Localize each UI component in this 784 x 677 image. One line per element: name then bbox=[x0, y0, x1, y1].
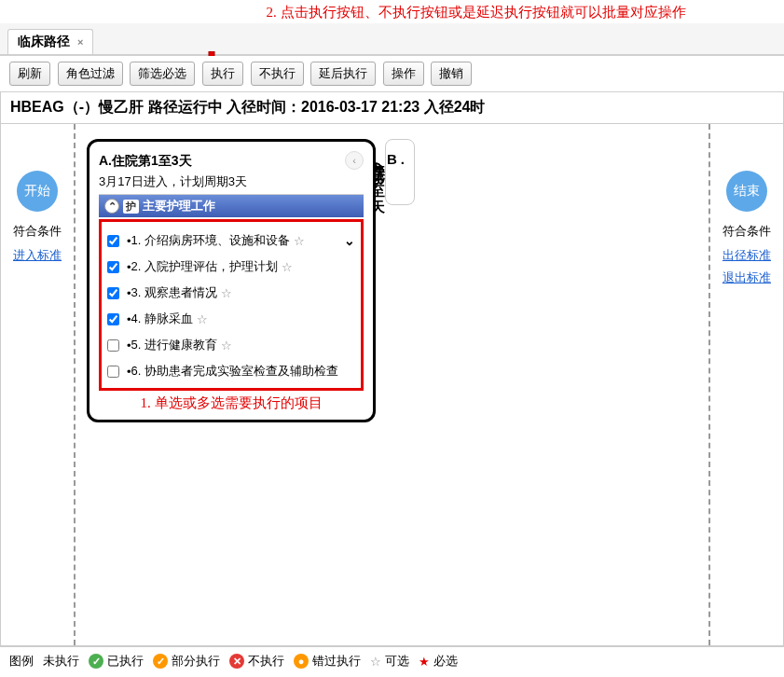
nursing-tag: 护 bbox=[123, 200, 139, 214]
task-checkbox[interactable] bbox=[107, 339, 119, 352]
legend-bar: 图例 未执行 ✓已执行 ✓部分执行 ✕不执行 ●错过执行 ☆可选 ★必选 bbox=[0, 646, 784, 675]
card-a-title: A.住院第1至3天 bbox=[99, 153, 364, 170]
task-label: 4. 静脉采血 bbox=[131, 311, 193, 327]
legend-required: ★必选 bbox=[419, 653, 458, 670]
star-icon: ☆ bbox=[197, 312, 208, 326]
card-a-subtitle: 3月17日进入，计划周期3天 bbox=[99, 173, 364, 195]
star-icon: ☆ bbox=[294, 234, 305, 248]
exit-standard-link[interactable]: 出径标准 bbox=[722, 247, 771, 264]
annotation-top: 2. 点击执行按钮、不执行按钮或是延迟执行按钮就可以批量对应操作 bbox=[0, 0, 784, 23]
refresh-button[interactable]: 刷新 bbox=[9, 62, 50, 86]
delay-execute-button[interactable]: 延后执行 bbox=[310, 62, 376, 86]
task-row[interactable]: • 4. 静脉采血☆ bbox=[105, 306, 357, 332]
section-title: 主要护理工作 bbox=[143, 198, 215, 214]
section-header-nursing[interactable]: ⌃ 护 主要护理工作 bbox=[99, 195, 364, 217]
task-label: 5. 进行健康教育 bbox=[131, 337, 217, 353]
star-icon: ☆ bbox=[370, 655, 381, 669]
enter-standard-link[interactable]: 进入标准 bbox=[13, 247, 62, 264]
left-sidebar: 开始 符合条件 进入标准 bbox=[1, 124, 76, 645]
toolbar: 刷新 角色过滤 筛选必选 执行 不执行 延后执行 操作 撤销 bbox=[0, 56, 784, 92]
right-condition-text: 符合条件 bbox=[722, 223, 771, 240]
task-label: 1. 介绍病房环境、设施和设备 bbox=[131, 232, 290, 249]
task-checkbox[interactable] bbox=[107, 313, 119, 325]
chevron-up-icon[interactable]: ⌃ bbox=[104, 199, 119, 214]
task-row[interactable]: • 2. 入院护理评估，护理计划☆ bbox=[105, 254, 357, 280]
page-header: HBEAG（-）慢乙肝 路径运行中 入径时间：2016-03-17 21:23 … bbox=[0, 92, 784, 124]
task-row[interactable]: • 5. 进行健康教育☆ bbox=[105, 332, 357, 358]
close-icon[interactable]: × bbox=[77, 36, 83, 48]
task-row[interactable]: • 1. 介绍病房环境、设施和设备☆⌄ bbox=[105, 228, 357, 254]
star-icon: ☆ bbox=[221, 286, 232, 300]
legend-missed: ●错过执行 bbox=[294, 653, 361, 670]
start-badge: 开始 bbox=[17, 171, 58, 212]
tab-clinical-path[interactable]: 临床路径 × bbox=[7, 29, 93, 54]
task-row[interactable]: • 6. 协助患者完成实验室检查及辅助检查 bbox=[105, 358, 357, 384]
star-icon: ☆ bbox=[221, 338, 232, 352]
not-execute-button[interactable]: 不执行 bbox=[251, 62, 304, 86]
task-row[interactable]: • 3. 观察患者情况☆ bbox=[105, 280, 357, 306]
legend-no-exec: ✕不执行 bbox=[229, 653, 284, 670]
content-area: 开始 符合条件 进入标准 ‹ A.住院第1至3天 3月17日进入，计划周期3天 … bbox=[0, 124, 784, 646]
legend-not-exec: 未执行 bbox=[43, 653, 79, 670]
task-label: 3. 观察患者情况 bbox=[131, 284, 217, 301]
legend-partial: ✓部分执行 bbox=[153, 653, 220, 670]
collapse-icon[interactable]: ‹ bbox=[345, 151, 364, 170]
left-condition-text: 符合条件 bbox=[13, 223, 62, 240]
card-b-label: B. bbox=[387, 151, 408, 167]
star-filled-icon: ★ bbox=[419, 655, 430, 669]
quit-standard-link[interactable]: 退出标准 bbox=[722, 269, 771, 286]
legend-title: 图例 bbox=[9, 653, 34, 670]
undo-button[interactable]: 撤销 bbox=[431, 62, 472, 86]
tab-bar: 临床路径 × bbox=[0, 23, 784, 56]
chevron-down-icon[interactable]: ⌄ bbox=[344, 233, 355, 248]
missed-icon: ● bbox=[294, 654, 309, 669]
execute-button[interactable]: 执行 bbox=[202, 62, 243, 86]
legend-optional: ☆可选 bbox=[370, 653, 409, 670]
right-sidebar: 结束 符合条件 出径标准 退出标准 bbox=[708, 124, 783, 645]
task-label: 2. 入院护理评估，护理计划 bbox=[131, 258, 278, 275]
check-icon: ✓ bbox=[89, 654, 103, 669]
task-checkbox[interactable] bbox=[107, 261, 119, 273]
task-list: • 1. 介绍病房环境、设施和设备☆⌄• 2. 入院护理评估，护理计划☆• 3.… bbox=[105, 228, 357, 384]
role-filter-button[interactable]: 角色过滤 bbox=[58, 62, 123, 86]
legend-executed: ✓已执行 bbox=[89, 653, 144, 670]
task-list-highlight: • 1. 介绍病房环境、设施和设备☆⌄• 2. 入院护理评估，护理计划☆• 3.… bbox=[99, 219, 364, 391]
task-checkbox[interactable] bbox=[107, 235, 119, 247]
cross-icon: ✕ bbox=[229, 654, 244, 669]
filter-required-button[interactable]: 筛选必选 bbox=[130, 62, 195, 86]
operate-button[interactable]: 操作 bbox=[383, 62, 424, 86]
task-checkbox[interactable] bbox=[107, 287, 119, 299]
task-checkbox[interactable] bbox=[107, 366, 119, 378]
task-label: 6. 协助患者完成实验室检查及辅助检查 bbox=[131, 363, 338, 380]
partial-icon: ✓ bbox=[153, 654, 168, 669]
main-column: ‹ A.住院第1至3天 3月17日进入，计划周期3天 ⌃ 护 主要护理工作 • … bbox=[76, 124, 708, 645]
annotation-bottom: 1. 单选或多选需要执行的项目 bbox=[99, 394, 364, 412]
end-badge: 结束 bbox=[726, 171, 767, 212]
star-icon: ☆ bbox=[282, 260, 293, 274]
tab-label: 临床路径 bbox=[18, 34, 70, 48]
card-stage-a: ‹ A.住院第1至3天 3月17日进入，计划周期3天 ⌃ 护 主要护理工作 • … bbox=[87, 139, 376, 422]
card-stage-b[interactable]: B. 住院第4至8天 bbox=[385, 139, 415, 205]
